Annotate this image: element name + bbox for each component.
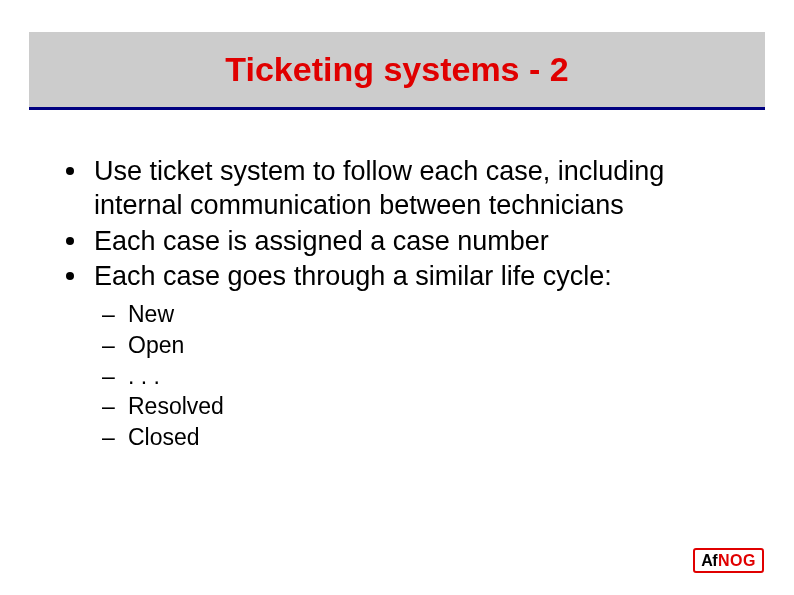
slide: Ticketing systems - 2 Use ticket system … bbox=[0, 0, 794, 595]
slide-title: Ticketing systems - 2 bbox=[225, 50, 568, 89]
sub-bullet-item: Open bbox=[100, 331, 754, 360]
bullet-item: Each case is assigned a case number bbox=[60, 225, 754, 259]
logo-part-af: Af bbox=[701, 552, 717, 570]
afnog-logo: AfNOG bbox=[693, 548, 764, 573]
bullet-item: Use ticket system to follow each case, i… bbox=[60, 155, 754, 223]
sub-bullet-item: . . . bbox=[100, 362, 754, 391]
logo-part-nog: NOG bbox=[718, 552, 756, 570]
sub-bullet-item: New bbox=[100, 300, 754, 329]
bullet-list: Use ticket system to follow each case, i… bbox=[60, 155, 754, 294]
slide-content: Use ticket system to follow each case, i… bbox=[60, 155, 754, 454]
title-band: Ticketing systems - 2 bbox=[29, 32, 765, 110]
sub-bullet-item: Resolved bbox=[100, 392, 754, 421]
sub-bullet-list: New Open . . . Resolved Closed bbox=[60, 300, 754, 452]
sub-bullet-item: Closed bbox=[100, 423, 754, 452]
bullet-item: Each case goes through a similar life cy… bbox=[60, 260, 754, 294]
